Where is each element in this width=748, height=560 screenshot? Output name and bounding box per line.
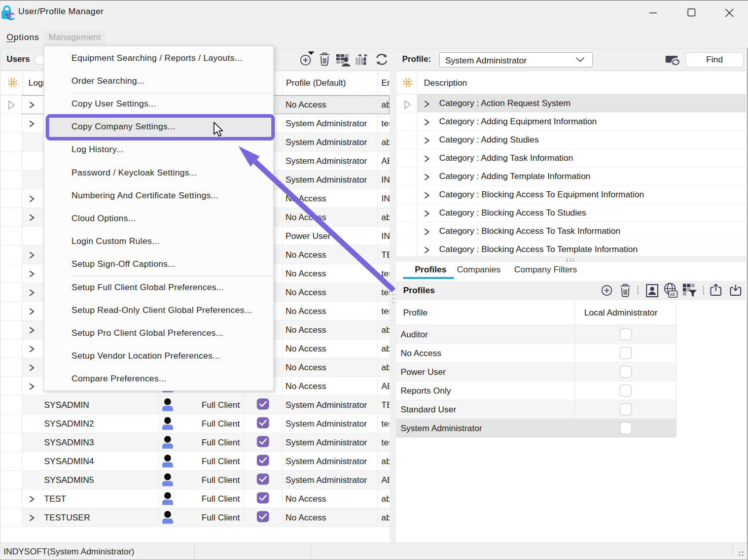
svg-text:ab: ab [670, 291, 675, 297]
svg-text:C: C [7, 10, 15, 21]
